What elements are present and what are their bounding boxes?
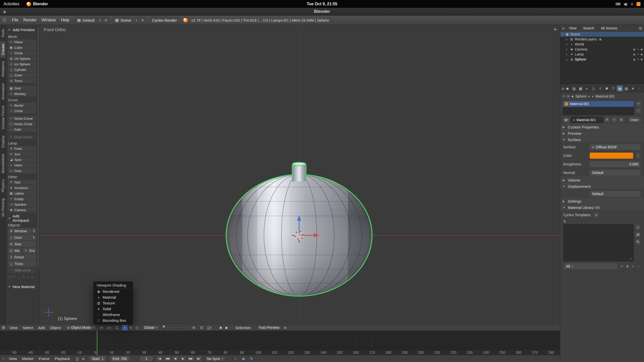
custom-properties-panel-header[interactable]: ▶Custom Properties [560,124,644,130]
scene-tab-icon[interactable]: ▦ [578,85,584,92]
settings-panel-header[interactable]: ▶Settings [560,198,644,204]
add-archipack-panel-header[interactable]: ▼ Add Archipack [8,215,36,221]
add-mesh-button[interactable]: ◎ Torus [8,78,36,83]
start-frame-field[interactable]: Start: 1 [89,356,107,361]
tool-shelf-tab[interactable]: Display [0,133,6,151]
scene-selector[interactable]: ▩Scene + ✕ [113,17,146,23]
add-archipack-button[interactable]: ≡ Fence [8,254,36,260]
context-pin-icon[interactable]: ⊙ [563,95,565,98]
add-lamp-button[interactable]: ✳ Point [8,146,36,151]
add-lamp-button[interactable]: ◢ Spot [8,157,36,162]
volume-panel-header[interactable]: ▶Volume [560,177,644,183]
add-mesh-button[interactable]: ○ Circle [8,51,36,56]
material-slot-list[interactable]: Material.001 [563,101,634,115]
viewport-menu-item[interactable]: Object [48,326,63,330]
panel-open-icon[interactable]: ▼ [8,285,11,288]
remove-filter-icon[interactable]: − [636,264,641,268]
fast-preview-button[interactable]: Fast Preview [257,325,281,330]
layer-toggle[interactable] [178,328,180,330]
fake-user-button[interactable]: F [604,117,610,123]
translate-manipulator-icon[interactable]: + [122,325,128,330]
search-icon[interactable]: ◎ [639,26,642,30]
texture-tab-icon[interactable]: ▨ [623,85,629,92]
displacement-dropdown[interactable]: Default [589,191,641,197]
menubar-item[interactable]: Render [21,18,38,22]
layer-toggle[interactable] [175,325,178,328]
outliner-view-menu[interactable]: View [567,26,579,30]
outliner-row[interactable]: ▸ ◙ Camera ◉ ↖ ◙ [560,47,644,52]
app-menu-button[interactable]: Blender [23,0,52,8]
library-filter-dropdown[interactable]: All▾ [563,263,618,269]
tool-shelf-tab[interactable]: 3D Printing [0,196,6,220]
layer-toggle[interactable] [183,325,185,328]
misc-tool-icon[interactable]: ◇ [31,275,33,279]
layer-toggle[interactable] [163,328,165,330]
particles-tab-icon[interactable]: ✶ [630,85,636,92]
add-lamp-button[interactable]: ◗ Hemi [8,163,36,168]
add-curve-button[interactable]: ≈ Nurbs Curve [8,116,36,121]
selectability-toggle[interactable]: ↖ [637,58,639,61]
properties-editor-icon[interactable]: ≡ [562,86,564,91]
menubar-item[interactable]: Window [39,18,58,22]
play-reverse-icon[interactable]: ◀ [172,356,179,361]
volume-icon[interactable]: ◀) [624,2,627,6]
timeline-tracks[interactable] [0,331,560,349]
add-mesh-button[interactable]: ☺ Monkey [8,91,36,96]
layer-toggle[interactable] [165,325,168,328]
physics-tab-icon[interactable]: ◌ [636,85,642,92]
add-material-icon[interactable]: + [635,224,641,230]
shading-option[interactable]: □ Bounding Box [94,318,133,323]
keyboard-indicator-icon[interactable]: ⌨ [616,2,621,6]
notification-indicator-icon[interactable] [636,2,640,6]
add-archipack-button[interactable]: ◠ Slab curve [8,267,36,273]
renderability-toggle[interactable]: ◙ [641,53,642,56]
modifiers-tab-icon[interactable]: ✱ [604,85,610,92]
material-library-panel-header[interactable]: ▼Material Library VX [560,204,644,211]
shading-option[interactable]: ● Solid [94,306,133,312]
blend4web-icon[interactable]: ◈ [284,326,287,330]
edit-material-icon[interactable]: ✎ [635,239,641,245]
system-tray[interactable]: ⌨◀)⊙ [616,2,644,6]
add-other-button[interactable]: ⋔ Armature [8,185,36,190]
add-primitive-panel-header[interactable]: ▼ Add Primitive [8,26,36,33]
layer-toggle[interactable] [185,328,188,330]
material-library-list[interactable]: ∘ ≡ [563,224,634,261]
selectability-toggle[interactable]: ↖ [637,53,639,56]
layer-toggle[interactable] [185,325,188,328]
material-tab-icon[interactable]: ◍ [617,85,623,92]
layer-toggle[interactable] [180,325,183,328]
new-material-panel-header[interactable]: ▼ New Material [8,283,36,290]
tool-shelf-tab[interactable]: Relations [0,58,6,80]
add-archipack-button[interactable]: ✎ Dra [23,248,37,254]
outliner-editor-icon[interactable]: ≡ [562,26,565,30]
opengl-render-anim-icon[interactable]: ▶ [224,325,229,330]
snap-magnet-icon[interactable]: Ω [199,325,204,330]
scale-manipulator-icon[interactable]: ◇ [134,325,140,330]
timeline-menu-item[interactable]: Frame [37,356,52,361]
delete-scene-button[interactable]: ✕ [140,17,146,23]
outliner-display-dropdown[interactable]: All Scenes [599,26,619,30]
layer-toggle[interactable] [168,325,170,328]
eyedropper-icon[interactable]: ✎ [560,219,644,224]
shading-option[interactable]: ◌ Wireframe [94,312,133,318]
panel-open-icon[interactable]: ▼ [8,28,11,31]
outliner-row[interactable]: ▸ ✳ Lamp ◉ ↖ ◙ [560,52,644,57]
add-archipack-button[interactable]: ≣ Stair [8,241,36,247]
curve-tool-icon[interactable]: ∿ [22,275,25,279]
menubar-item[interactable]: File [10,18,20,22]
render-tab-icon[interactable]: ◙ [565,85,571,92]
object-data-tab-icon[interactable]: ▽ [610,85,616,92]
displacement-panel-header[interactable]: ▼Displacement [560,183,644,190]
layer-toggle[interactable] [183,328,185,330]
clock[interactable]: Tue Oct 9, 21:55 [307,2,337,6]
mode-dropdown[interactable]: ■ Object Mode ▾ [65,325,96,330]
color-swatch[interactable] [589,152,633,159]
sync-dropdown[interactable]: No Sync▾ [205,356,226,361]
viewport-shading-dropdown[interactable]: ◑▾ [99,325,104,330]
add-other-button[interactable]: + Empty [8,196,36,201]
frame-lock-icon[interactable]: ⊝ [80,356,86,361]
screen-layout-selector[interactable]: ▦Default + ✕ [75,17,109,23]
normal-dropdown[interactable]: Default [589,169,641,176]
outliner-search-menu[interactable]: Search [581,26,596,30]
add-mesh-button[interactable]: ◍ UV Sphere [8,56,36,61]
